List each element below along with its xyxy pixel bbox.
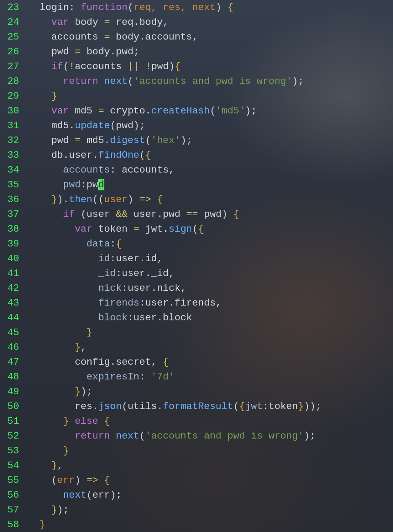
code-line[interactable]: id:user.id,	[28, 251, 393, 266]
code-line[interactable]: pwd = body.pwd;	[28, 44, 393, 59]
token-op: =	[75, 46, 81, 57]
token-p	[69, 416, 75, 427]
token-kw: return	[63, 76, 98, 87]
token-brY: }	[63, 416, 69, 427]
token-p	[28, 386, 75, 397]
token-fn: next	[116, 430, 140, 442]
token-id: id	[145, 253, 157, 264]
token-p: .	[157, 401, 163, 412]
token-p: :token	[263, 401, 298, 412]
code-line[interactable]: accounts: accounts,	[28, 163, 393, 177]
token-id: jwt	[140, 223, 163, 235]
line-number: 58	[0, 517, 19, 532]
token-p: .	[69, 120, 75, 131]
code-line[interactable]: var md5 = crypto.createHash('md5');	[28, 103, 393, 118]
token-p: );	[304, 430, 316, 442]
code-line[interactable]: pwd:pwd	[28, 177, 393, 192]
code-line[interactable]: config.secret, {	[28, 355, 393, 369]
line-number: 50	[0, 399, 19, 414]
code-line[interactable]: next(err);	[28, 488, 393, 502]
code-line[interactable]: accounts = body.accounts,	[28, 30, 393, 44]
token-id: md5	[28, 120, 69, 131]
code-line[interactable]: pwd = md5.digest('hex');	[28, 133, 393, 148]
line-number: 27	[0, 59, 19, 74]
code-area[interactable]: login: function(req, res, next) { var bo…	[22, 0, 393, 532]
token-str: 'accounts and pwd is wrong'	[145, 430, 304, 442]
code-line[interactable]: }).then((user) => {	[28, 192, 393, 207]
code-line[interactable]: return next('accounts and pwd is wrong')…	[28, 74, 393, 89]
line-number: 37	[0, 207, 19, 222]
code-line[interactable]: });	[28, 384, 393, 399]
token-p: )	[75, 475, 87, 486]
token-id: accounts	[145, 31, 192, 43]
token-p: .	[157, 209, 163, 220]
code-line[interactable]: }	[28, 517, 393, 532]
token-id: _id	[151, 268, 169, 279]
token-p	[98, 416, 104, 427]
code-line[interactable]: nick:user.nick,	[28, 281, 393, 296]
token-p: .	[93, 401, 99, 412]
line-number: 56	[0, 488, 19, 502]
token-p: ,	[192, 31, 198, 43]
code-line[interactable]: },	[28, 340, 393, 355]
token-arg: user	[104, 194, 128, 205]
code-line[interactable]: }	[28, 89, 393, 103]
token-kw: function	[81, 2, 128, 13]
token-brY: {	[239, 401, 245, 412]
token-id: body	[69, 17, 104, 28]
token-p: ,	[216, 297, 222, 309]
code-line[interactable]: (err) => {	[28, 473, 393, 488]
code-line[interactable]: });	[28, 502, 393, 517]
code-line[interactable]: var body = req.body,	[28, 15, 393, 30]
token-p: );	[57, 504, 69, 515]
code-line[interactable]: if (user && user.pwd == pwd) {	[28, 207, 393, 222]
token-brY: {	[145, 150, 151, 161]
code-line[interactable]: md5.update(pwd);	[28, 118, 393, 133]
token-p	[28, 164, 63, 176]
code-line[interactable]: return next('accounts and pwd is wrong')…	[28, 429, 393, 443]
token-brY: }	[298, 401, 304, 412]
token-id: firends	[175, 297, 216, 309]
token-op: &&	[116, 209, 128, 220]
token-p: )	[128, 194, 140, 205]
token-prop: expiresIn	[87, 371, 140, 382]
code-line[interactable]: firends:user.firends,	[28, 296, 393, 310]
token-fn: next	[63, 489, 87, 501]
token-p: ((	[93, 194, 104, 205]
code-line[interactable]: var token = jwt.sign({	[28, 222, 393, 236]
code-line[interactable]: },	[28, 458, 393, 473]
code-line[interactable]: login: function(req, res, next) {	[28, 0, 393, 15]
line-number: 52	[0, 429, 19, 443]
token-arg: req, res, next	[133, 2, 216, 13]
token-p: ,	[57, 460, 63, 471]
code-line[interactable]: block:user.block	[28, 310, 393, 325]
token-op: !	[69, 61, 75, 72]
token-id: secret	[116, 356, 151, 368]
token-fn: digest	[110, 135, 145, 146]
code-editor[interactable]: 2324252627282930313233343536373839404142…	[0, 0, 393, 532]
token-p: :user	[116, 268, 146, 279]
line-number: 54	[0, 458, 19, 473]
token-p: );	[292, 76, 304, 87]
code-line[interactable]: _id:user._id,	[28, 266, 393, 281]
code-line[interactable]: } else {	[28, 414, 393, 429]
code-line[interactable]: }	[28, 443, 393, 458]
code-line[interactable]: if(!accounts || !pwd){	[28, 59, 393, 74]
token-prop: accounts	[63, 164, 110, 176]
code-line[interactable]: res.json(utils.formatResult({jwt:token})…	[28, 399, 393, 414]
code-line[interactable]: db.user.findOne({	[28, 148, 393, 163]
token-p: (	[233, 401, 240, 412]
token-p: .	[145, 268, 151, 279]
token-p: (	[128, 76, 134, 87]
code-line[interactable]: expiresIn: '7d'	[28, 369, 393, 384]
token-op: =	[98, 105, 104, 116]
token-p: ,	[151, 356, 163, 368]
token-p: );	[180, 135, 192, 146]
code-line[interactable]: }	[28, 325, 393, 340]
line-number: 38	[0, 222, 19, 236]
token-id: req	[110, 17, 133, 28]
token-p: (	[28, 475, 57, 486]
code-line[interactable]: data:{	[28, 236, 393, 251]
token-p: .	[140, 31, 146, 43]
token-p: .	[63, 150, 69, 161]
